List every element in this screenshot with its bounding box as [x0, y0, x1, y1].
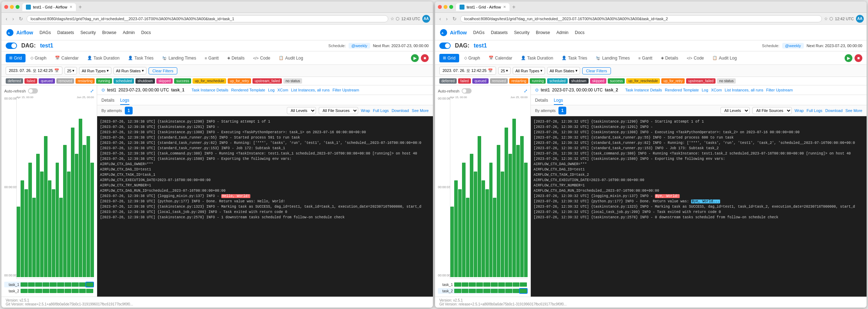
task-row-1-task2[interactable]: task_2 [4, 288, 94, 294]
badge-removed-2[interactable]: removed [490, 78, 508, 84]
badge-reschedule-2[interactable]: up_for_reschedule [626, 78, 660, 84]
filter-upstream-btn-2[interactable]: Filter Upstream [766, 88, 793, 92]
tab-details-1[interactable]: ◈ Details [224, 54, 248, 62]
attempt-1-btn-1[interactable]: 1 [125, 107, 133, 114]
clear-filters-btn-2[interactable]: Clear Filters [582, 67, 611, 74]
badge-running-1[interactable]: running [96, 78, 112, 84]
tab-graph-1[interactable]: ◇ Graph [27, 54, 50, 62]
play-btn-2[interactable]: ▶ [845, 54, 852, 62]
task-row-1-task1[interactable]: task_1 [4, 282, 94, 287]
tab-auditlog-2[interactable]: 📋 Audit Log [709, 54, 740, 62]
attempt-1-btn-2[interactable]: 1 [558, 107, 566, 114]
badge-reschedule-1[interactable]: up_for_reschedule [193, 78, 226, 84]
auto-refresh-toggle-2[interactable] [462, 88, 472, 94]
badge-no-status-2[interactable]: no status [717, 78, 736, 84]
clear-filters-btn-1[interactable]: Clear Filters [149, 67, 177, 74]
user-avatar-1[interactable]: AA [422, 15, 430, 23]
tab-landing-1[interactable]: 🛬 Landing Times [158, 54, 200, 62]
tab-duration-1[interactable]: 👤 Task Duration [84, 54, 123, 62]
nav-docs-1[interactable]: Docs [140, 29, 151, 36]
task-row-2-task1[interactable]: task_1 [438, 282, 528, 287]
badge-removed-1[interactable]: removed [56, 78, 74, 84]
dag-toggle-1[interactable] [6, 43, 17, 49]
badge-failed-1[interactable]: failed [24, 78, 37, 84]
full-logs-btn-2[interactable]: Full Logs [807, 108, 823, 113]
fullscreen-btn-2[interactable] [449, 5, 453, 9]
run-type-select-2[interactable]: All Run Types ▾ [513, 67, 545, 74]
tab-close-2[interactable]: ✕ [503, 5, 506, 9]
badge-shutdown-1[interactable]: shutdown [135, 78, 155, 84]
nav-datasets-2[interactable]: Datasets [490, 29, 508, 36]
badge-success-2[interactable]: success [608, 78, 625, 84]
fullscreen-btn-1[interactable] [16, 5, 20, 9]
details-tab-1[interactable]: Details [101, 96, 115, 105]
log-level-select-1[interactable]: All Levels [287, 107, 316, 114]
filter-upstream-btn-1[interactable]: Filter Upstream [333, 88, 359, 92]
tab-code-1[interactable]: </> Code [250, 54, 274, 62]
details-tab-2[interactable]: Details [535, 96, 548, 105]
nav-security-2[interactable]: Security [513, 29, 530, 36]
url-field-1[interactable]: localhost:8080/dags/test1/grid?dag_run_i… [27, 15, 388, 22]
play-btn-1[interactable]: ▶ [411, 54, 419, 62]
tab-duration-2[interactable]: 👤 Task Duration [517, 54, 557, 62]
log-area-2[interactable]: [2023-07-26, 12:39:32 UTC] {taskinstance… [531, 116, 867, 297]
tab-gantt-1[interactable]: ≡ Gantt [201, 54, 222, 62]
log-level-select-2[interactable]: All Levels [720, 107, 750, 114]
wrap-btn-1[interactable]: Wrap [361, 108, 370, 113]
nav-datasets-1[interactable]: Datasets [56, 29, 74, 36]
badge-restarting-1[interactable]: restarting [76, 78, 95, 84]
badge-deferred-2[interactable]: deferred [439, 78, 457, 84]
download-btn-1[interactable]: Download [391, 108, 409, 113]
tab-grid-2[interactable]: ⊞ Grid [439, 54, 459, 62]
run-type-select-1[interactable]: All Run Types ▾ [79, 67, 111, 74]
stop-btn-1[interactable]: ■ [421, 54, 429, 62]
nav-admin-1[interactable]: Admin [122, 29, 135, 36]
nav-admin-2[interactable]: Admin [556, 29, 569, 36]
badge-scheduled-1[interactable]: scheduled [113, 78, 134, 84]
log-btn-2[interactable]: Log [702, 88, 708, 92]
nav-browse-2[interactable]: Browse [535, 29, 551, 36]
badge-scheduled-2[interactable]: scheduled [547, 78, 568, 84]
run-state-select-2[interactable]: All Run States ▾ [547, 67, 580, 74]
airflow-logo-2[interactable]: A Airflow [439, 28, 467, 37]
nav-dags-1[interactable]: DAGs [39, 29, 51, 36]
tab-close-1[interactable]: ✕ [69, 5, 72, 9]
stop-btn-2[interactable]: ■ [855, 54, 862, 62]
log-area-1[interactable]: [2023-07-26, 12:39:38 UTC] {taskinstance… [97, 116, 433, 297]
task-instance-details-btn-1[interactable]: Task Instance Details [191, 88, 228, 92]
logs-tab-1[interactable]: Logs [120, 96, 129, 105]
badge-skipped-1[interactable]: skipped [156, 78, 173, 84]
new-tab-btn-1[interactable]: + [77, 4, 83, 10]
tab-auditlog-1[interactable]: 📋 Audit Log [275, 54, 307, 62]
tab-calendar-2[interactable]: 📅 Calendar [485, 54, 516, 62]
dag-toggle-2[interactable] [439, 43, 451, 49]
refresh-btn-2[interactable]: ↻ [451, 15, 458, 22]
log-source-select-2[interactable]: All File Sources [752, 107, 792, 114]
badge-skipped-2[interactable]: skipped [590, 78, 606, 84]
tab-calendar-1[interactable]: 📅 Calendar [51, 54, 82, 62]
xcom-btn-2[interactable]: XCom [711, 88, 722, 92]
forward-btn-2[interactable]: › [445, 15, 449, 22]
badge-running-2[interactable]: running [530, 78, 546, 84]
refresh-btn-1[interactable]: ↻ [17, 15, 24, 22]
browser-tab-2[interactable]: test1 - Grid - Airflow ✕ [456, 3, 510, 11]
count-select-1[interactable]: 25 ▾ [65, 67, 77, 74]
expand-icon-1[interactable]: ⤢ [90, 88, 94, 94]
log-source-select-1[interactable]: All File Sources [319, 107, 358, 114]
back-btn-2[interactable]: ‹ [438, 15, 443, 22]
close-btn-1[interactable] [4, 5, 8, 9]
badge-no-status-1[interactable]: no status [283, 78, 302, 84]
badge-shutdown-2[interactable]: shutdown [569, 78, 589, 84]
badge-deferred-1[interactable]: deferred [6, 78, 23, 84]
user-avatar-2[interactable]: AA [856, 15, 864, 23]
tab-landing-2[interactable]: 🛬 Landing Times [592, 54, 633, 62]
badge-retry-2[interactable]: up_for_retry [661, 78, 685, 84]
nav-browse-1[interactable]: Browse [101, 29, 117, 36]
tab-graph-2[interactable]: ◇ Graph [461, 54, 484, 62]
see-more-btn-1[interactable]: See More [412, 108, 429, 113]
badge-retry-1[interactable]: up_for_retry [228, 78, 251, 84]
url-field-2[interactable]: localhost:8080/dags/test1/grid?dag_run_i… [460, 15, 822, 22]
count-select-2[interactable]: 25 ▾ [498, 67, 511, 74]
badge-success-1[interactable]: success [174, 78, 191, 84]
rendered-template-btn-1[interactable]: Rendered Template [231, 88, 265, 92]
